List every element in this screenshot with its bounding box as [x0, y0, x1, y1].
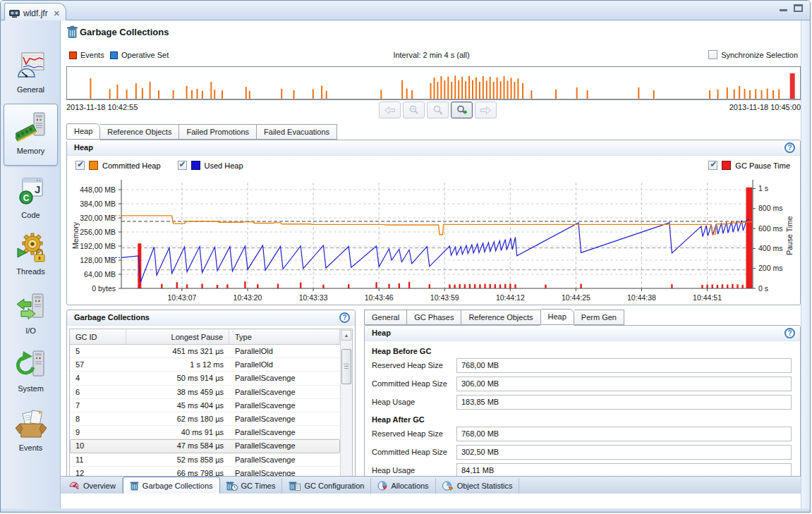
table-row[interactable]: 745 ms 404 µsParallelScavenge [70, 399, 340, 412]
field-label: Heap Usage [372, 466, 415, 475]
type-cell: ParallelScavenge [229, 401, 340, 410]
tab-failed-evacuations[interactable]: Failed Evacuations [256, 124, 337, 140]
table-row[interactable]: 862 ms 180 µsParallelScavenge [70, 412, 340, 426]
table-row[interactable]: 571 s 12 msParallelOld [70, 358, 340, 372]
maximize-icon[interactable] [794, 4, 803, 12]
legend-color-swatch [89, 161, 98, 170]
sidebar-item-code[interactable]: JCCode [4, 171, 58, 228]
gc-id-cell: 8 [70, 415, 126, 423]
longest-pause-cell: 451 ms 321 µs [126, 347, 229, 355]
sidebar-item-threads[interactable]: Threads [4, 228, 58, 284]
scroll-up-icon[interactable]: ▲ [341, 330, 351, 341]
bottom-tab-gc[interactable]: Garbage Collections [123, 477, 220, 494]
table-scrollbar[interactable]: ▲ ▼ [340, 329, 352, 488]
table-row[interactable]: 1047 ms 584 µsParallelScavenge [70, 439, 340, 453]
legend-used-heap[interactable]: Used Heap [178, 161, 243, 170]
bottom-tab-alloc[interactable]: Allocations [371, 478, 435, 494]
heap-chart-group: Heap ? Committed HeapUsed Heap GC Pause … [66, 140, 801, 305]
editor-tab-wldf[interactable]: wldf.jfr ✕ [4, 3, 66, 20]
range-legend-row: Events Operative Set Interval: 2 min 4 s… [61, 49, 802, 63]
bottom-tab-gcconfig[interactable]: GC Configuration [282, 478, 371, 494]
legend-checkbox[interactable] [75, 161, 85, 170]
detail-tab-reference-objects[interactable]: Reference Objects [461, 310, 540, 325]
legend-checkbox[interactable] [178, 161, 187, 170]
zoom-reset-icon[interactable] [427, 102, 449, 118]
sidebar-item-system[interactable]: System [4, 345, 58, 401]
type-cell: ParallelScavenge [229, 415, 340, 423]
flight-recording-icon [9, 10, 20, 18]
sidebar-item-events[interactable]: Events [4, 404, 58, 460]
timeline-nav-buttons [379, 102, 497, 118]
gc-id-cell: 11 [70, 455, 126, 464]
column-header-gc-id[interactable]: GC ID [70, 329, 126, 344]
help-icon[interactable]: ? [784, 328, 795, 338]
gc-id-cell: 9 [70, 428, 126, 436]
field-value[interactable]: 768,00 MB [456, 358, 792, 373]
type-cell: ParallelOld [229, 347, 340, 355]
bottom-tab-label: Garbage Collections [143, 482, 213, 490]
svg-text:Pause Time: Pause Time [785, 216, 794, 255]
help-icon[interactable]: ? [339, 312, 350, 323]
table-row[interactable]: 940 ms 91 µsParallelScavenge [70, 426, 340, 439]
synchronize-selection[interactable]: Synchronize Selection [708, 50, 798, 59]
table-row[interactable]: 1152 ms 858 µsParallelScavenge [70, 453, 340, 467]
event-timeline[interactable] [66, 66, 801, 100]
sidebar-item-label: System [4, 384, 58, 393]
tab-heap[interactable]: Heap [66, 123, 100, 140]
svg-text:448,00 MB: 448,00 MB [80, 185, 116, 194]
gc-table-header[interactable]: GC IDLongest PauseType [70, 329, 352, 345]
trash-icon [130, 481, 139, 491]
synchronize-selection-label: Synchronize Selection [721, 51, 798, 59]
detail-tab-general[interactable]: General [364, 310, 406, 325]
legend-committed-heap[interactable]: Committed Heap [75, 161, 161, 170]
close-icon[interactable]: ✕ [54, 9, 60, 18]
svg-text:600 ms: 600 ms [758, 224, 782, 233]
tab-reference-objects[interactable]: Reference Objects [100, 124, 178, 140]
column-header-type[interactable]: Type [229, 329, 340, 344]
field-value[interactable]: 768,00 MB [456, 427, 792, 441]
back-icon[interactable] [379, 102, 401, 118]
help-icon[interactable]: ? [784, 142, 795, 153]
field-value[interactable]: 306,00 MB [456, 377, 792, 391]
zoom-in-icon[interactable] [451, 102, 473, 118]
column-header-longest-pause[interactable]: Longest Pause [126, 329, 229, 344]
field-value[interactable]: 302,50 MB [456, 445, 792, 460]
table-row[interactable]: 5451 ms 321 µsParallelOld [70, 345, 340, 358]
sidebar-item-memory[interactable]: Memory [4, 104, 58, 166]
bottom-tab-overview[interactable]: Overview [63, 478, 123, 494]
forward-icon[interactable] [475, 102, 497, 118]
gc-table-body: 5451 ms 321 µsParallelOld571 s 12 msPara… [70, 345, 352, 489]
minimize-icon[interactable] [779, 4, 788, 12]
detail-tab-perm-gen[interactable]: Perm Gen [574, 310, 624, 325]
svg-text:10:43:07: 10:43:07 [167, 293, 196, 302]
table-row[interactable]: 450 ms 914 µsParallelScavenge [70, 372, 340, 385]
sidebar-item-general[interactable]: General [4, 46, 58, 102]
heap-chart[interactable]: 448,00 MB384,00 MB320,00 MB256,00 MB192,… [68, 177, 800, 304]
legend-checkbox[interactable] [708, 161, 717, 170]
sidebar-item-io[interactable]: I/O [4, 287, 58, 343]
gc-id-cell: 5 [70, 347, 126, 355]
svg-text:10:43:59: 10:43:59 [430, 293, 459, 302]
gc-id-cell: 10 [70, 441, 126, 450]
bottom-tab-objstat[interactable]: Object Statistics [436, 478, 520, 494]
field-row: Committed Heap Size306,00 MB [365, 377, 800, 392]
synchronize-selection-checkbox[interactable] [708, 50, 717, 59]
svg-text:C: C [23, 193, 29, 203]
svg-text:0 bytes: 0 bytes [92, 284, 116, 293]
chart-legend-right: GC Pause Time [708, 161, 790, 170]
bottom-tab-gctimes[interactable]: GC Times [219, 478, 283, 494]
detail-tab-heap[interactable]: Heap [540, 309, 574, 325]
bottom-tab-label: Object Statistics [457, 482, 513, 490]
svg-text:10:43:20: 10:43:20 [234, 293, 262, 302]
table-row[interactable]: 638 ms 459 µsParallelScavenge [70, 386, 340, 399]
svg-text:10:44:51: 10:44:51 [693, 293, 722, 302]
pie-chart-icon [377, 481, 387, 491]
detail-tab-gc-phases[interactable]: GC Phases [406, 310, 461, 325]
zoom-out-icon[interactable] [403, 102, 425, 118]
scrollbar-thumb[interactable] [341, 349, 351, 384]
tab-failed-promotions[interactable]: Failed Promotions [178, 124, 256, 140]
field-value[interactable]: 183,85 MB [456, 395, 792, 410]
svg-text:384,00 MB: 384,00 MB [80, 200, 116, 208]
heap-after-gc-heading: Heap After GC [372, 415, 425, 424]
gc-detail-tabs: GeneralGC PhasesReference ObjectsHeapPer… [364, 310, 624, 325]
